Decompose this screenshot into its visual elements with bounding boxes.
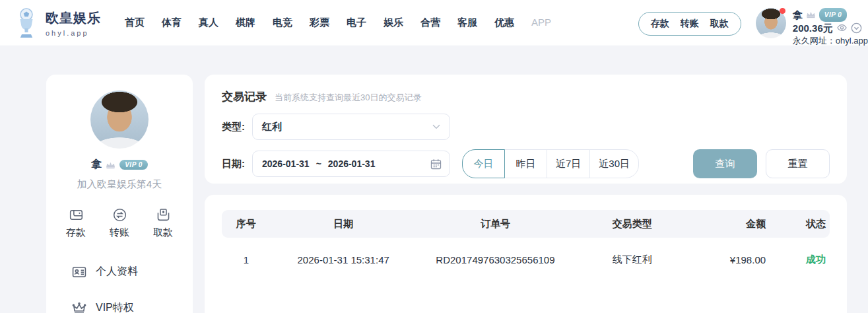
nav-item-app[interactable]: APP (531, 17, 551, 29)
nav-item-partnership[interactable]: 合营 (420, 17, 440, 29)
transfer-icon (112, 207, 127, 223)
sidebar-item-vip-label: VIP特权 (96, 301, 134, 313)
permanent-url: 永久网址：ohyl.app (793, 35, 868, 47)
sidebar-withdraw[interactable]: 取款 (153, 207, 173, 239)
nav-item-sports[interactable]: 体育 (162, 17, 182, 29)
col-order-no: 订单号 (417, 218, 574, 230)
col-date: 日期 (271, 218, 417, 230)
profile-username: 拿 (91, 158, 102, 172)
sidebar-item-vip[interactable]: VIP特权 (71, 290, 193, 313)
chevron-down-icon (432, 124, 440, 129)
date-start-value: 2026-01-31 (262, 158, 310, 169)
profile-name-row: 拿 VIP 0 (46, 158, 193, 172)
profile-avatar[interactable] (90, 90, 149, 149)
date-separator: ~ (316, 158, 321, 169)
transaction-filter-card: 交易记录 当前系统支持查询最近30日的交易记录 类型: 红利 日期: 2026-… (205, 75, 847, 184)
sidebar-menu: 个人资料 VIP特权 (46, 254, 193, 313)
nav-item-promotions[interactable]: 优惠 (494, 17, 514, 29)
avatar[interactable] (756, 8, 786, 38)
type-select[interactable]: 红利 (252, 114, 450, 140)
col-type: 交易类型 (574, 218, 690, 230)
calendar-icon (430, 158, 442, 170)
type-select-value: 红利 (262, 121, 282, 133)
cell-amount: ¥198.00 (690, 254, 775, 265)
filter-actions: 查询 重置 (693, 149, 830, 178)
sidebar-withdraw-label: 取款 (153, 226, 173, 239)
wallet-icon (69, 207, 84, 223)
nav-item-chess[interactable]: 棋牌 (236, 17, 255, 29)
search-button[interactable]: 查询 (693, 149, 757, 178)
refresh-chevron-icon[interactable] (851, 22, 862, 34)
id-card-icon (71, 264, 87, 280)
main-nav: 首页 体育 真人 棋牌 电竞 彩票 电子 娱乐 合营 客服 优惠 APP (125, 17, 551, 29)
nav-item-home[interactable]: 首页 (125, 17, 145, 29)
sidebar-item-profile[interactable]: 个人资料 (71, 254, 193, 290)
nav-item-slots[interactable]: 电子 (347, 17, 366, 29)
nav-item-live[interactable]: 真人 (199, 17, 218, 29)
cell-type: 线下红利 (574, 254, 690, 266)
balance-amount: 200.36元 (793, 22, 833, 34)
brand-logo[interactable]: 欧皇娱乐 ohyl.app (0, 7, 101, 39)
sidebar-item-profile-label: 个人资料 (96, 265, 138, 279)
type-label: 类型: (222, 121, 252, 133)
eye-icon[interactable] (836, 23, 848, 32)
date-range-input[interactable]: 2026-01-31 ~ 2026-01-31 (252, 151, 450, 177)
trophy-logo-icon (13, 7, 40, 39)
quick-filter-30days[interactable]: 近30日 (589, 149, 639, 178)
date-end-value: 2026-01-31 (328, 158, 376, 169)
vip-badge: VIP 0 (819, 8, 848, 22)
brand-name: 欧皇娱乐 (46, 9, 101, 27)
topbar-right: 存款 转账 取款 拿 VIP 0 200.36元 (638, 0, 868, 47)
quick-filter-yesterday[interactable]: 昨日 (504, 149, 547, 178)
quick-filter-7days[interactable]: 近7日 (547, 149, 590, 178)
cell-status: 成功 (775, 254, 830, 266)
date-quick-filters: 今日 昨日 近7日 近30日 (462, 149, 639, 178)
vip-badge: VIP 0 (119, 160, 148, 170)
page-subtitle: 当前系统支持查询最近30日的交易记录 (275, 92, 421, 104)
transaction-table-card: 序号 日期 订单号 交易类型 金额 状态 1 2026-01-31 15:31:… (205, 195, 847, 313)
transfer-link[interactable]: 转账 (681, 18, 699, 30)
cell-seq: 1 (222, 254, 271, 265)
top-bar: 欧皇娱乐 ohyl.app 首页 体育 真人 棋牌 电竞 彩票 电子 娱乐 合营… (0, 0, 868, 46)
notification-dot (780, 8, 785, 14)
deposit-link[interactable]: 存款 (651, 18, 669, 30)
reset-button[interactable]: 重置 (766, 149, 830, 178)
date-label: 日期: (222, 158, 252, 170)
sidebar-quick-actions: 存款 转账 取款 (46, 207, 193, 239)
nav-item-lottery[interactable]: 彩票 (310, 17, 329, 29)
withdraw-link[interactable]: 取款 (710, 18, 729, 30)
withdraw-icon (156, 207, 171, 223)
brand-domain: ohyl.app (46, 29, 101, 37)
joined-days: 加入欧皇娱乐第4天 (46, 178, 193, 191)
username: 拿 (793, 9, 803, 20)
page-title: 交易记录 (222, 89, 267, 104)
col-status: 状态 (775, 218, 830, 230)
table-row: 1 2026-01-31 15:31:47 RD2017497630325656… (222, 238, 830, 281)
profile-sidebar: 拿 VIP 0 加入欧皇娱乐第4天 存款 转账 (46, 75, 193, 313)
sidebar-deposit-label: 存款 (66, 226, 86, 239)
col-amount: 金额 (690, 218, 775, 230)
date-filter-row: 日期: 2026-01-31 ~ 2026-01-31 今日 昨日 近7日 近3… (222, 149, 830, 178)
cell-order-no: RD2017497630325656109 (417, 254, 574, 265)
nav-item-esports[interactable]: 电竞 (273, 17, 292, 29)
nav-item-service[interactable]: 客服 (457, 17, 477, 29)
wallet-actions-pill: 存款 转账 取款 (638, 12, 741, 36)
col-seq: 序号 (222, 218, 271, 230)
cell-date: 2026-01-31 15:31:47 (271, 254, 417, 265)
nav-item-entertainment[interactable]: 娱乐 (384, 17, 403, 29)
user-info: 拿 VIP 0 200.36元 永久网址：ohyl.app (793, 8, 868, 47)
quick-filter-today[interactable]: 今日 (462, 149, 505, 178)
sidebar-transfer-label: 转账 (110, 226, 129, 239)
table-header-row: 序号 日期 订单号 交易类型 金额 状态 (222, 210, 830, 238)
vip-crown-icon (106, 161, 116, 169)
crown-icon (71, 300, 87, 313)
sidebar-deposit[interactable]: 存款 (66, 207, 86, 239)
vip-crown-icon (806, 11, 816, 18)
sidebar-transfer[interactable]: 转账 (110, 207, 129, 239)
type-filter-row: 类型: 红利 (222, 114, 830, 140)
brand-text: 欧皇娱乐 ohyl.app (46, 9, 101, 37)
